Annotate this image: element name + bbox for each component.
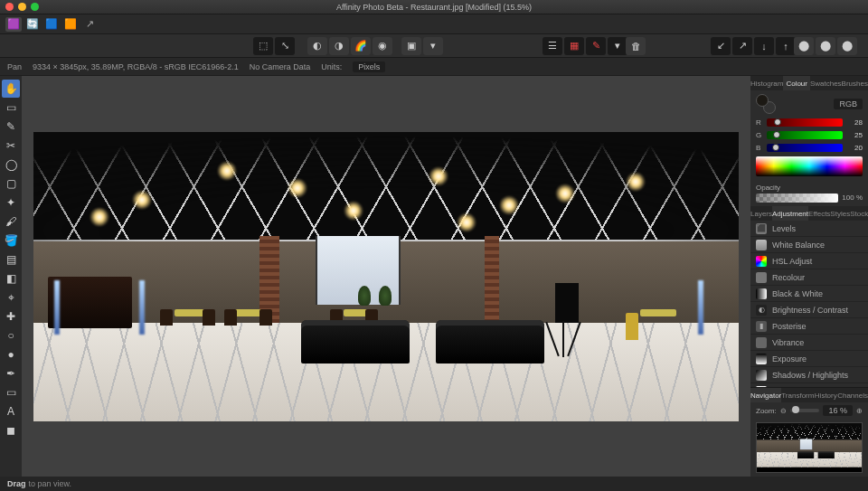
color-picker[interactable]: ✎ xyxy=(2,118,20,136)
opacity-label: Opacity xyxy=(756,184,780,192)
pen-tool[interactable]: ✒ xyxy=(2,364,20,382)
tone-persona[interactable]: 🟧 xyxy=(62,17,79,32)
trash-icon[interactable]: 🗑 xyxy=(626,37,646,55)
burn-tool[interactable]: ● xyxy=(2,345,20,364)
adjustment-brightness-contrast[interactable]: ◐Brightness / Contrast xyxy=(750,302,868,318)
tab-history[interactable]: History xyxy=(814,388,837,402)
zoom-out[interactable]: ⊖ xyxy=(780,407,787,415)
shape-tool[interactable]: ▭ xyxy=(2,383,20,401)
g-slider[interactable]: G25 xyxy=(756,129,863,140)
color-mode[interactable]: RGB xyxy=(834,99,863,109)
tab-adjustment[interactable]: Adjustment xyxy=(772,206,808,221)
swatch-fg[interactable]: ◼ xyxy=(2,421,20,439)
tab-brushes[interactable]: Brushes xyxy=(842,76,868,90)
zoom-window[interactable] xyxy=(31,3,39,11)
maskadd-icon[interactable]: ⬤ xyxy=(816,37,835,55)
close-window[interactable] xyxy=(5,3,14,11)
paint-brush[interactable]: 🖌 xyxy=(2,212,20,231)
adjustment-black-white[interactable]: Black & White xyxy=(750,286,868,302)
spectrum-picker[interactable] xyxy=(756,156,863,176)
adjustment-shadows-highlights[interactable]: Shadows / Highlights xyxy=(750,367,868,383)
split-view-icon[interactable]: ▾ xyxy=(423,37,443,55)
tab-navigator[interactable]: Navigator xyxy=(750,388,781,402)
minimize-window[interactable] xyxy=(18,3,26,11)
crop-display-icon[interactable]: ▣ xyxy=(401,37,421,55)
r-slider[interactable]: R28 xyxy=(756,117,863,127)
export-persona[interactable]: ↗ xyxy=(81,17,98,32)
adjustment-recolour[interactable]: Recolour xyxy=(750,269,868,286)
autowb-icon[interactable]: 🌈 xyxy=(351,37,371,55)
zoom-in[interactable]: ⊕ xyxy=(856,407,863,415)
quickmask-icon[interactable]: ⬤ xyxy=(794,37,814,55)
tab-colour[interactable]: Colour xyxy=(783,76,809,90)
tab-styles[interactable]: Styles xyxy=(830,206,850,221)
tab-swatches[interactable]: Swatches xyxy=(810,76,842,90)
opacity-slider[interactable] xyxy=(756,194,838,203)
move-tool[interactable]: ▭ xyxy=(2,99,20,117)
b-slider[interactable]: B20 xyxy=(756,142,863,153)
align-icon[interactable]: ▦ xyxy=(564,37,584,55)
snap-icon[interactable]: ☰ xyxy=(542,37,562,55)
heal-tool[interactable]: ✚ xyxy=(2,307,20,326)
assist-icon[interactable]: ✎ xyxy=(586,37,606,55)
tab-stock[interactable]: Stock xyxy=(850,206,868,221)
marquee-tool[interactable]: ▢ xyxy=(2,175,20,193)
zoom-value[interactable]: 16 % xyxy=(823,405,853,416)
tab-channels[interactable]: Channels xyxy=(837,388,868,402)
adjustment-posterise[interactable]: ▮Posterise xyxy=(750,318,868,335)
canvas-wrap xyxy=(22,76,750,477)
color-wells[interactable] xyxy=(756,94,776,114)
move-tool-icon[interactable]: ⤡ xyxy=(275,37,295,55)
main-area: ✋ ▭ ✎ ✂ ◯ ▢ ✦ 🖌 🪣 ▤ ◧ ⌖ ✚ ○ ● ✒ ▭ A ◼ xyxy=(0,76,868,477)
autolevels-icon[interactable]: ◐ xyxy=(307,37,327,55)
tab-transform[interactable]: Transform xyxy=(781,388,814,402)
active-tool-label: Pan xyxy=(7,62,22,71)
develop-persona[interactable]: 🟦 xyxy=(43,17,60,32)
hint-bar: Drag to pan view. xyxy=(0,477,868,491)
context-bar: Pan 9334 × 3845px, 35.89MP, RGBA/8 - sRG… xyxy=(0,58,868,76)
studio-panel: HistogramColourSwatchesBrushes RGB R28 G… xyxy=(750,76,868,477)
hint-bold: Drag xyxy=(7,479,26,488)
crop-tool[interactable]: ✂ xyxy=(2,137,20,155)
autocolor-icon[interactable]: ◉ xyxy=(373,37,392,55)
arrange-fwd-icon[interactable]: ↗ xyxy=(732,37,752,55)
window-controls xyxy=(5,3,39,11)
adjustment-levels[interactable]: ⬛Levels xyxy=(750,221,868,237)
units-select[interactable]: Pixels xyxy=(353,61,385,72)
adjustment-hsl-adjust[interactable]: HSL Adjust xyxy=(750,253,868,269)
fill-tool[interactable]: 🪣 xyxy=(2,231,20,250)
adjustment-exposure[interactable]: Exposure xyxy=(750,351,868,367)
opacity-value[interactable]: 100 % xyxy=(842,194,863,202)
adjustment-vibrance[interactable]: Vibrance xyxy=(750,335,868,351)
view-tool[interactable]: ✋ xyxy=(2,80,20,98)
zoom-label: Zoom: xyxy=(756,407,777,415)
navigator-thumb[interactable] xyxy=(756,422,863,473)
photo-persona[interactable]: 🟪 xyxy=(5,17,22,32)
erase-tool[interactable]: ◧ xyxy=(2,269,20,288)
adjustment-white-balance[interactable]: White Balance xyxy=(750,237,868,253)
document-canvas[interactable] xyxy=(33,132,739,421)
tab-layers[interactable]: Layers xyxy=(750,206,772,221)
clone-tool[interactable]: ⌖ xyxy=(2,288,20,307)
tab-effects[interactable]: Effects xyxy=(808,206,830,221)
masksub-icon[interactable]: ⬤ xyxy=(837,37,857,55)
tab-histogram[interactable]: Histogram xyxy=(750,76,783,90)
flood-select[interactable]: ✦ xyxy=(2,194,20,212)
navigator-section: NavigatorTransformHistoryChannels Zoom: … xyxy=(750,387,868,477)
more-icon[interactable]: ▾ xyxy=(608,37,627,55)
panorama-scene xyxy=(33,132,739,421)
autocontrast-icon[interactable]: ◑ xyxy=(329,37,349,55)
dodge-tool[interactable]: ○ xyxy=(2,326,20,345)
persona-toolbar: 🟪 🔄 🟦 🟧 ↗ xyxy=(0,14,868,34)
gradient-tool[interactable]: ▤ xyxy=(2,250,20,269)
arrange-up-icon[interactable]: ↑ xyxy=(776,37,796,55)
selection-tool-icon[interactable]: ⬚ xyxy=(253,37,273,55)
text-tool[interactable]: A xyxy=(2,402,20,420)
arrange-back-icon[interactable]: ↙ xyxy=(711,37,731,55)
units-label: Units: xyxy=(321,62,342,71)
liquify-persona[interactable]: 🔄 xyxy=(24,17,41,32)
color-tabs: HistogramColourSwatchesBrushes xyxy=(750,76,868,90)
zoom-slider[interactable] xyxy=(790,409,820,412)
selection-brush[interactable]: ◯ xyxy=(2,156,20,174)
arrange-down-icon[interactable]: ↓ xyxy=(754,37,774,55)
